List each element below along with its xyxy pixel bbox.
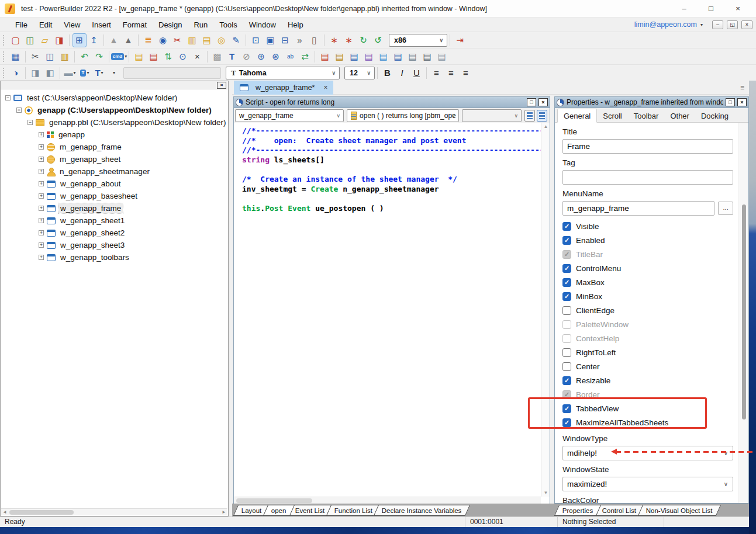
menu-window[interactable]: Window: [243, 20, 282, 29]
menu-run[interactable]: Run: [188, 20, 213, 29]
find-button[interactable]: ⊙: [176, 50, 190, 64]
window-view-button[interactable]: ▣: [264, 33, 278, 47]
tab-scroll[interactable]: Scroll: [597, 109, 628, 122]
align-left-button[interactable]: ≡: [430, 66, 444, 80]
tab-declare-instance-variables[interactable]: Declare Instance Variables: [374, 505, 470, 516]
tree-item-genapp[interactable]: −genapp (C:\Users\appeon\Desktop\New fol…: [1, 104, 228, 116]
scroll-right-icon[interactable]: ►: [222, 509, 226, 515]
windowstate-combo[interactable]: maximized! ∨: [562, 477, 733, 491]
account-caret-icon[interactable]: ▾: [700, 22, 703, 27]
new-button[interactable]: ▢: [9, 33, 23, 47]
tree-expand-icon[interactable]: +: [39, 206, 44, 211]
style-button[interactable]: ◑: [9, 66, 23, 80]
tree-expand-icon[interactable]: +: [39, 132, 44, 137]
tree-expand-icon[interactable]: +: [39, 169, 44, 174]
script-code[interactable]: //*-------------------------------------…: [234, 123, 550, 497]
stop-button[interactable]: ▯: [308, 33, 322, 47]
document-tab-close-icon[interactable]: ×: [323, 84, 327, 92]
profile-run-button[interactable]: »: [293, 33, 307, 47]
italic-button[interactable]: I: [395, 66, 409, 80]
uncomment-button[interactable]: ⊘: [240, 50, 254, 64]
mdi-minimize-button[interactable]: –: [712, 20, 723, 29]
checkbox-row-clientedge[interactable]: ClientEdge: [562, 303, 733, 317]
combo-caret-icon[interactable]: ∨: [336, 113, 340, 119]
toolbar-grip[interactable]: [3, 51, 6, 62]
debug-select-button[interactable]: ∗: [342, 33, 356, 47]
tree-item-test[interactable]: −test (C:\Users\appeon\Desktop\New folde…: [1, 92, 228, 104]
refresh-button[interactable]: ⇄: [298, 50, 312, 64]
scroll-left-icon[interactable]: ◄: [2, 509, 7, 515]
zoom-button[interactable]: ⊕: [254, 50, 268, 64]
document-tab-w-genapp-frame[interactable]: w_genapp_frame* ×: [234, 81, 333, 95]
save-button[interactable]: ▦: [9, 50, 23, 64]
checkbox-row-controlmenu[interactable]: ✓ControlMenu: [562, 261, 733, 275]
script-view-icon[interactable]: [524, 110, 535, 122]
open-button[interactable]: ▱: [38, 33, 52, 47]
inherit-button[interactable]: ◫: [23, 33, 37, 47]
run-select-button[interactable]: ↺: [371, 33, 385, 47]
combo-caret-icon[interactable]: ∨: [724, 481, 728, 487]
combo-caret-icon[interactable]: ∨: [451, 113, 455, 119]
checkbox-row-minbox[interactable]: ✓MinBox: [562, 289, 733, 303]
tab-other[interactable]: Other: [664, 109, 695, 122]
properties-header[interactable]: Properties - w_genapp_frame inherited fr…: [555, 97, 748, 108]
menu-help[interactable]: Help: [282, 20, 309, 29]
underline-button[interactable]: U: [410, 66, 424, 80]
menu-edit[interactable]: Edit: [33, 20, 58, 29]
script-close-button[interactable]: ×: [538, 98, 548, 106]
paste-special-button[interactable]: ▤: [347, 50, 361, 64]
resizable-checkbox[interactable]: ✓: [562, 376, 571, 385]
edit-button[interactable]: ✎: [229, 33, 243, 47]
tab-general[interactable]: General: [557, 109, 597, 123]
tree-item-genapp.pbl[interactable]: −genapp.pbl (C:\Users\appeon\Desktop\New…: [1, 116, 228, 129]
event-combo[interactable]: open ( ) returns long [pbm_ope ∨: [347, 109, 459, 122]
paste-button[interactable]: ▥: [58, 50, 72, 64]
font-size-combo[interactable]: 12 ∨: [344, 67, 375, 79]
style-combo[interactable]: [123, 67, 221, 79]
tree-item-w_genapp_basesheet[interactable]: +w_genapp_basesheet: [1, 190, 228, 202]
tree-expand-icon[interactable]: +: [39, 181, 44, 186]
tree-item-w_genapp_toolbars[interactable]: +w_genapp_toolbars: [1, 251, 228, 263]
visible-checkbox[interactable]: ✓: [562, 222, 571, 231]
maximize-button[interactable]: □: [698, 0, 724, 17]
tree-item-m_genapp_frame[interactable]: +m_genapp_frame: [1, 141, 228, 153]
debug-button[interactable]: ∗: [327, 33, 341, 47]
contexthelp-checkbox[interactable]: [562, 334, 571, 343]
run-button[interactable]: ↻: [357, 33, 371, 47]
properties-close-button[interactable]: ×: [737, 98, 747, 106]
sort-button[interactable]: ⇅: [161, 50, 175, 64]
tree-item-n_genapp_sheetmanager[interactable]: +n_genapp_sheetmanager: [1, 165, 228, 178]
checkbox-row-palettewindow[interactable]: PaletteWindow: [562, 317, 733, 331]
controlmenu-checkbox[interactable]: ✓: [562, 264, 571, 273]
tree-expand-icon[interactable]: +: [39, 218, 44, 223]
paste-window-button[interactable]: ▤: [391, 50, 405, 64]
tab-properties[interactable]: Properties: [554, 505, 602, 516]
code-vscrollbar[interactable]: ▲ ▼: [541, 123, 550, 497]
tree-item-w_genapp_sheet2[interactable]: +w_genapp_sheet2: [1, 227, 228, 239]
redo-button[interactable]: ↷: [92, 50, 106, 64]
bring-to-front-button[interactable]: ◨: [29, 66, 43, 80]
script-split-view-icon[interactable]: [537, 110, 547, 122]
account-link[interactable]: limin@appeon.com: [634, 20, 697, 29]
tree-item-w_genapp_about[interactable]: +w_genapp_about: [1, 178, 228, 190]
tree-splitter[interactable]: [229, 81, 232, 516]
scrollbar-thumb[interactable]: [236, 498, 312, 503]
tree-expand-icon[interactable]: +: [39, 255, 44, 260]
database-painter-button[interactable]: ▤: [200, 33, 214, 47]
cut-button[interactable]: ✂: [29, 50, 43, 64]
toolbar-grip[interactable]: [3, 35, 6, 46]
tab-control-list[interactable]: Control List: [594, 505, 645, 516]
command-button[interactable]: cmd▾: [112, 50, 126, 64]
undo-button[interactable]: ↶: [78, 50, 92, 64]
properties-maximize-button[interactable]: □: [726, 98, 735, 106]
tab-open[interactable]: open: [263, 505, 294, 516]
minbox-checkbox[interactable]: ✓: [562, 292, 571, 301]
menuname-browse-button[interactable]: ...: [718, 202, 733, 215]
paste-function-button[interactable]: ▤: [362, 50, 376, 64]
background-color-button[interactable]: T▾: [92, 66, 106, 80]
scrollbar-thumb[interactable]: [742, 204, 746, 419]
scroll-up-icon[interactable]: ▲: [541, 124, 550, 129]
tree-collapse-icon[interactable]: −: [5, 95, 11, 100]
clientedge-checkbox[interactable]: [562, 306, 571, 315]
menu-file[interactable]: File: [9, 20, 33, 29]
